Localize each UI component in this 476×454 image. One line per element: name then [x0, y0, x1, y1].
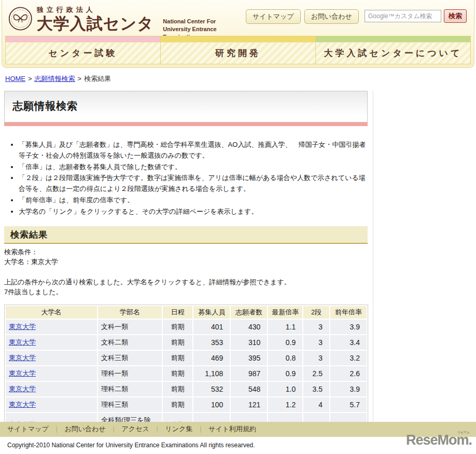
result-count: 7件該当しました。 [4, 287, 368, 297]
condition-value: 大学名：東京大学 [4, 257, 368, 267]
university-link[interactable]: 東京大学 [9, 385, 36, 393]
data-cell: 2.6 [330, 366, 367, 381]
column-header: 最新倍率 [268, 306, 302, 319]
data-cell: 0.9 [268, 366, 302, 381]
footer-separator: ｜ [110, 425, 117, 433]
table-body: 東京大学文科一類前期4014301.133.9東京大学文科二類前期3533100… [6, 320, 367, 437]
data-cell: 理科一類 [98, 366, 162, 381]
data-cell: 0.8 [268, 351, 302, 365]
note-item: 「募集人員」及び「志願者数」は、専門高校・総合学科卒業生選抜、AO入試、推薦入学… [19, 140, 368, 161]
data-cell: 前期 [163, 351, 193, 365]
column-header: 募集人員 [193, 306, 230, 319]
university-link[interactable]: 東京大学 [9, 338, 36, 346]
data-cell: 430 [231, 320, 267, 334]
title-accent-bar [4, 122, 368, 126]
data-cell: 1.1 [268, 320, 302, 334]
data-cell: 理科二類 [98, 382, 162, 396]
data-cell: 理科三類 [98, 397, 162, 412]
university-link[interactable]: 東京大学 [9, 369, 36, 377]
data-cell: 310 [231, 335, 267, 350]
condition-label: 検索条件： [4, 247, 368, 257]
footer-separator: ｜ [154, 425, 161, 433]
search-button[interactable]: 検索 [444, 9, 467, 23]
results-table: 大学名学部名日程募集人員志願者数最新倍率2段前年倍率 東京大学文科一類前期401… [4, 305, 368, 438]
footer-link[interactable]: サイト利用規約 [208, 425, 256, 433]
search-conditions: 検索条件： 大学名：東京大学 [4, 247, 368, 267]
footer-link[interactable]: サイトマップ [7, 425, 49, 433]
column-header: 大学名 [6, 306, 97, 319]
page-title-box: 志願情報検索 [4, 91, 368, 122]
footer-link[interactable]: アクセス [122, 425, 149, 433]
footer-links-bar: サイトマップ｜お問い合わせ｜アクセス｜リンク集｜サイト利用規約 [0, 422, 476, 437]
data-cell: 1.0 [268, 382, 302, 396]
data-cell: 1,108 [193, 366, 230, 381]
footer-separator: ｜ [53, 425, 60, 433]
data-cell: 文科二類 [98, 335, 162, 350]
site-footer: サイトマップ｜お問い合わせ｜アクセス｜リンク集｜サイト利用規約 Copyrigh… [0, 422, 476, 454]
result-description: 上記の条件から次の通り検索しました。大学名をクリックすると、詳細情報が参照できま… [4, 277, 368, 297]
custom-search: 検索 [365, 9, 467, 23]
data-cell: 100 [193, 397, 230, 412]
data-cell: 5.7 [330, 397, 367, 412]
breadcrumb-separator: > [28, 75, 32, 82]
data-cell: 3.9 [330, 320, 367, 334]
data-cell: 文科一類 [98, 320, 162, 334]
data-cell: 401 [193, 320, 230, 334]
university-link[interactable]: 東京大学 [9, 354, 36, 362]
data-cell: 3.5 [303, 382, 329, 396]
university-cell: 東京大学 [6, 335, 97, 350]
data-cell: 469 [193, 351, 230, 365]
university-cell: 東京大学 [6, 366, 97, 381]
search-input[interactable] [365, 10, 441, 22]
data-cell: 前期 [163, 320, 193, 334]
data-cell: 532 [193, 382, 230, 396]
footer-link[interactable]: お問い合わせ [65, 425, 106, 433]
table-row: 東京大学文科二類前期3533100.933.4 [6, 335, 367, 350]
note-item: 大学名の「リンク」をクリックすると、その大学の詳細ページを表示します。 [19, 207, 368, 217]
data-cell: 前期 [163, 382, 193, 396]
resemom-watermark: リセマムReseMom. [406, 431, 472, 447]
data-cell: 3 [303, 320, 329, 334]
center-seal-icon [8, 5, 33, 32]
data-cell: 353 [193, 335, 230, 350]
footer-link[interactable]: リンク集 [165, 425, 192, 433]
tab-color-strip [161, 36, 315, 42]
table-row: 東京大学理科一類前期1,1089870.92.52.6 [6, 366, 367, 381]
copyright: Copyright-2010 National Center for Unive… [0, 437, 476, 454]
data-cell: 前期 [163, 366, 193, 381]
data-cell: 3.4 [330, 335, 367, 350]
data-cell: 前期 [163, 397, 193, 412]
column-header: 2段 [303, 306, 329, 319]
breadcrumb-item[interactable]: HOME [5, 75, 25, 82]
data-cell: 1.2 [268, 397, 302, 412]
main-content: 志願情報検索 「募集人員」及び「志願者数」は、専門高校・総合学科卒業生選抜、AO… [4, 91, 373, 454]
data-cell: 前期 [163, 335, 193, 350]
table-row: 東京大学文科三類前期4693950.833.2 [6, 351, 367, 365]
data-cell: 548 [231, 382, 267, 396]
note-item: 「倍率」は、志願者数を募集人員で除した数値です。 [19, 162, 368, 173]
data-cell: 0.9 [268, 335, 302, 350]
results-section-header: 検索結果 [4, 226, 368, 244]
university-cell: 東京大学 [6, 397, 97, 412]
column-header: 志願者数 [231, 306, 267, 319]
page-title: 志願情報検索 [12, 99, 359, 113]
contact-button[interactable]: お問い合わせ [304, 9, 359, 24]
sitemap-button[interactable]: サイトマップ [246, 9, 301, 24]
university-cell: 東京大学 [6, 320, 97, 334]
university-link[interactable]: 東京大学 [9, 323, 36, 331]
column-header: 学部名 [98, 306, 162, 319]
column-header: 前年倍率 [330, 306, 367, 319]
nav-tab-3[interactable]: 大学入試センターについて [316, 36, 470, 64]
data-cell: 3.9 [330, 382, 367, 396]
footer-separator: ｜ [197, 425, 204, 433]
nav-tab-1[interactable]: センター試験 [6, 36, 161, 64]
nav-tab-2[interactable]: 研究開発 [161, 36, 316, 64]
university-link[interactable]: 東京大学 [9, 401, 36, 408]
data-cell: 4 [303, 397, 329, 412]
data-cell: 2.5 [303, 366, 329, 381]
data-cell: 3 [303, 335, 329, 350]
main-nav: センター試験研究開発大学入試センターについて [5, 36, 471, 64]
breadcrumb-item[interactable]: 志願情報検索 [35, 75, 75, 82]
table-row: 東京大学理科二類前期5325481.03.53.9 [6, 382, 367, 396]
data-cell: 395 [231, 351, 267, 365]
